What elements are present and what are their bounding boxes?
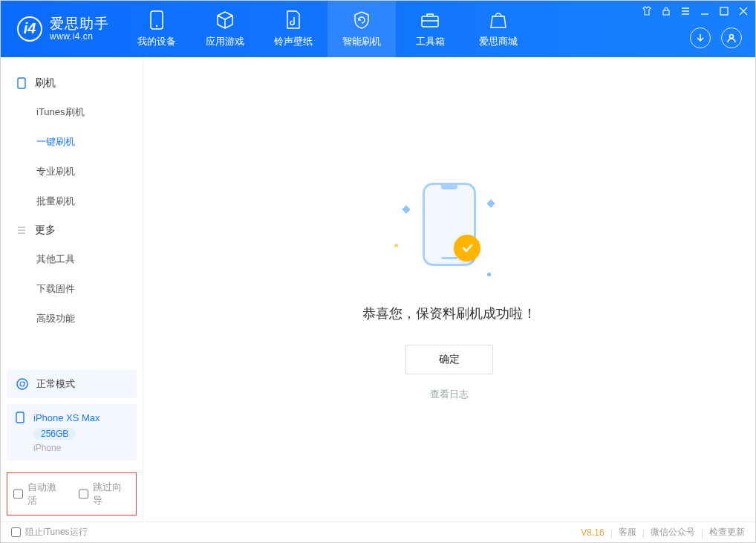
svg-rect-3 [663, 10, 669, 15]
nav-smart-flash[interactable]: 智能刷机 [328, 1, 396, 57]
shirt-icon[interactable] [641, 5, 653, 17]
sidebar: 刷机 iTunes刷机 一键刷机 专业刷机 批量刷机 更多 其他工具 下载固件 … [1, 57, 143, 521]
cube-icon [215, 10, 235, 30]
toolbox-icon [420, 10, 440, 30]
window-controls [641, 5, 749, 17]
device-type: iPhone [33, 443, 128, 453]
device-rect-icon [16, 77, 27, 89]
nav-label: 爱思商城 [479, 35, 518, 48]
lock-icon[interactable] [660, 5, 672, 17]
app-url: www.i4.cn [50, 32, 109, 42]
device-name: iPhone XS Max [33, 412, 100, 423]
refresh-shield-icon [351, 10, 372, 30]
ok-button[interactable]: 确定 [405, 345, 493, 374]
app-header: i4 爱思助手 www.i4.cn 我的设备 应用游戏 铃声壁纸 智能刷机 工具… [1, 1, 755, 57]
sync-icon [16, 377, 29, 391]
svg-point-5 [730, 35, 734, 39]
svg-rect-2 [422, 16, 438, 27]
logo-icon: i4 [17, 16, 42, 42]
nav-label: 智能刷机 [342, 35, 381, 48]
wechat-link[interactable]: 微信公众号 [651, 526, 695, 539]
device-mode-label: 正常模式 [36, 377, 75, 391]
svg-rect-8 [16, 412, 24, 423]
device-mode-status[interactable]: 正常模式 [7, 370, 137, 398]
svg-point-7 [17, 379, 27, 389]
sparkle-icon [486, 199, 495, 207]
checkbox-auto-activate[interactable]: 自动激活 [13, 481, 65, 507]
sidebar-item-other-tools[interactable]: 其他工具 [1, 244, 143, 274]
svg-point-1 [156, 25, 157, 27]
sidebar-item-oneclick-flash[interactable]: 一键刷机 [1, 127, 143, 157]
download-button[interactable] [690, 27, 711, 48]
phone-small-icon [16, 412, 27, 423]
svg-rect-6 [18, 78, 25, 88]
checkbox-label: 自动激活 [27, 481, 65, 507]
checkbox-input[interactable] [13, 489, 23, 499]
success-illustration [390, 178, 509, 282]
bag-icon [488, 10, 509, 30]
nav-label: 应用游戏 [206, 35, 244, 48]
app-logo: i4 爱思助手 www.i4.cn [1, 16, 123, 42]
nav-label: 我的设备 [137, 35, 176, 48]
app-body: 刷机 iTunes刷机 一键刷机 专业刷机 批量刷机 更多 其他工具 下载固件 … [1, 57, 755, 521]
check-badge-icon [454, 235, 480, 261]
sidebar-group-title: 刷机 [35, 77, 56, 90]
dot-decoration [394, 244, 398, 247]
success-message: 恭喜您，保资料刷机成功啦！ [362, 305, 536, 322]
check-update-link[interactable]: 检查更新 [709, 526, 745, 539]
nav-store[interactable]: 爱思商城 [464, 1, 532, 57]
sidebar-item-advanced[interactable]: 高级功能 [1, 304, 143, 334]
flash-options-highlight: 自动激活 跳过向导 [7, 472, 137, 516]
nav-toolbox[interactable]: 工具箱 [396, 1, 464, 57]
sidebar-item-itunes-flash[interactable]: iTunes刷机 [1, 97, 143, 127]
main-nav: 我的设备 应用游戏 铃声壁纸 智能刷机 工具箱 爱思商城 [123, 1, 532, 57]
checkbox-label: 跳过向导 [93, 481, 130, 507]
checkbox-skip-guide[interactable]: 跳过向导 [79, 481, 131, 507]
nav-label: 工具箱 [416, 35, 445, 48]
main-content: 恭喜您，保资料刷机成功啦！ 确定 查看日志 [143, 57, 755, 521]
music-file-icon [283, 10, 304, 30]
dot-decoration [487, 273, 491, 276]
status-bar: 阻止iTunes运行 V8.16 | 客服 | 微信公众号 | 检查更新 [1, 521, 755, 542]
version-label: V8.16 [581, 527, 604, 538]
sidebar-group-more: 更多 [1, 216, 143, 244]
phone-icon [146, 10, 167, 30]
header-actions [690, 27, 742, 48]
nav-apps-games[interactable]: 应用游戏 [191, 1, 259, 57]
sparkle-icon [402, 205, 410, 213]
block-itunes-checkbox[interactable] [11, 527, 21, 537]
minimize-button[interactable] [699, 5, 711, 17]
close-button[interactable] [737, 5, 749, 17]
list-icon [16, 224, 27, 236]
view-log-link[interactable]: 查看日志 [430, 388, 469, 401]
support-link[interactable]: 客服 [619, 526, 636, 539]
nav-label: 铃声壁纸 [274, 35, 313, 48]
sidebar-item-pro-flash[interactable]: 专业刷机 [1, 157, 143, 186]
svg-rect-4 [720, 7, 728, 15]
device-storage: 256GB [33, 428, 76, 440]
nav-my-device[interactable]: 我的设备 [123, 1, 191, 57]
maximize-button[interactable] [718, 5, 730, 17]
sidebar-group-flash: 刷机 [1, 69, 143, 97]
sidebar-item-batch-flash[interactable]: 批量刷机 [1, 186, 143, 216]
block-itunes-label: 阻止iTunes运行 [25, 526, 88, 539]
device-info[interactable]: iPhone XS Max 256GB iPhone [7, 404, 137, 461]
menu-icon[interactable] [680, 5, 691, 17]
sidebar-item-download-firmware[interactable]: 下载固件 [1, 274, 143, 304]
app-name: 爱思助手 [50, 16, 109, 32]
nav-ringtone-wallpaper[interactable]: 铃声壁纸 [259, 1, 328, 57]
checkbox-input[interactable] [79, 489, 88, 499]
user-button[interactable] [721, 27, 742, 48]
sidebar-group-title: 更多 [35, 224, 56, 237]
